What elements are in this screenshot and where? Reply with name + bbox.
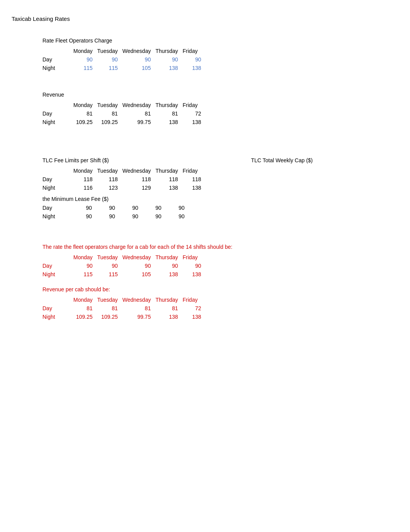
tlc-night-row: Night 116 123 129 138 138 [42,184,206,192]
red-revenue-title-text: Revenue per cab should be: [42,286,398,292]
revenue-header-friday: Friday [183,101,206,109]
rate-night-thursday: 138 [156,64,183,72]
red-rate-header-wednesday: Wednesday [122,253,156,262]
tlc-header-monday: Monday [73,167,97,175]
rate-header-row: Monday Tuesday Wednesday Thursday Friday [42,47,206,55]
red-revenue-day-label: Day [42,304,73,313]
min-lease-day-friday: 90 [166,204,189,212]
rate-header-empty [42,47,73,55]
rate-header-wednesday: Wednesday [122,47,156,55]
min-lease-day-wednesday: 90 [120,204,143,212]
min-lease-table: Day 90 90 90 90 90 Night 90 90 90 90 90 [42,204,189,221]
tlc-day-label: Day [42,175,73,184]
revenue-day-tuesday: 81 [97,109,122,118]
revenue-night-label: Night [42,118,73,126]
tlc-night-thursday: 138 [156,184,183,192]
red-revenue-header-monday: Monday [73,296,97,304]
min-lease-night-row: Night 90 90 90 90 90 [42,212,189,221]
min-lease-day-tuesday: 90 [97,204,120,212]
min-lease-night-tuesday: 90 [97,212,120,221]
revenue-section: Revenue Monday Tuesday Wednesday Thursda… [42,92,398,126]
red-revenue-night-row: Night 109.25 109.25 99.75 138 138 [42,313,206,321]
rate-table: Monday Tuesday Wednesday Thursday Friday… [42,47,206,72]
red-rate-day-friday: 90 [183,262,206,270]
tlc-fee-table: Monday Tuesday Wednesday Thursday Friday… [42,167,206,192]
rate-night-wednesday: 105 [122,64,156,72]
revenue-table: Monday Tuesday Wednesday Thursday Friday… [42,101,206,126]
rate-day-wednesday: 90 [122,55,156,64]
revenue-night-thursday: 138 [156,118,183,126]
rate-header-monday: Monday [73,47,97,55]
red-rate-night-label: Night [42,270,73,279]
rate-day-label: Day [42,55,73,64]
tlc-right-title: TLC Total Weekly Cap ($) [251,157,313,163]
tlc-day-tuesday: 118 [97,175,122,184]
revenue-header-thursday: Thursday [156,101,183,109]
red-revenue-day-row: Day 81 81 81 81 72 [42,304,206,313]
red-revenue-header-wednesday: Wednesday [122,296,156,304]
tlc-day-monday: 118 [73,175,97,184]
revenue-header-row: Monday Tuesday Wednesday Thursday Friday [42,101,206,109]
rate-header-thursday: Thursday [156,47,183,55]
red-revenue-day-tuesday: 81 [97,304,122,313]
red-rate-header-monday: Monday [73,253,97,262]
revenue-header-monday: Monday [73,101,97,109]
red-revenue-title: Revenue per cab should be: Monday Tuesda… [42,286,398,321]
min-lease-title: the Minimum Lease Fee ($) [42,196,398,202]
tlc-day-friday: 118 [183,175,206,184]
red-rate-day-thursday: 90 [156,262,183,270]
rate-day-monday: 90 [73,55,97,64]
revenue-day-wednesday: 81 [122,109,156,118]
revenue-night-tuesday: 109.25 [97,118,122,126]
tlc-night-wednesday: 129 [122,184,156,192]
min-lease-day-row: Day 90 90 90 90 90 [42,204,189,212]
red-rate-day-row: Day 90 90 90 90 90 [42,262,206,270]
rate-night-friday: 138 [183,64,206,72]
rate-header-tuesday: Tuesday [97,47,122,55]
min-lease-night-friday: 90 [166,212,189,221]
min-lease-night-monday: 90 [73,212,97,221]
red-rate-header-friday: Friday [183,253,206,262]
revenue-section-title: Revenue [42,92,398,98]
revenue-day-monday: 81 [73,109,97,118]
tlc-night-friday: 138 [183,184,206,192]
tlc-day-thursday: 118 [156,175,183,184]
red-rate-night-thursday: 138 [156,270,183,279]
rate-night-monday: 115 [73,64,97,72]
tlc-titles-row: TLC Fee Limits per Shift ($) TLC Total W… [42,157,313,163]
revenue-header-empty [42,101,73,109]
rate-night-row: Night 115 115 105 138 138 [42,64,206,72]
tlc-header-tuesday: Tuesday [97,167,122,175]
red-revenue-night-wednesday: 99.75 [122,313,156,321]
red-rate-night-wednesday: 105 [122,270,156,279]
tlc-left-title: TLC Fee Limits per Shift ($) [42,157,109,163]
revenue-header-tuesday: Tuesday [97,101,122,109]
rate-section: Rate Fleet Operators Charge Monday Tuesd… [42,37,398,72]
red-revenue-night-tuesday: 109.25 [97,313,122,321]
red-revenue-header-empty [42,296,73,304]
red-revenue-table: Monday Tuesday Wednesday Thursday Friday… [42,296,206,321]
red-rate-header-empty [42,253,73,262]
page-title: Taxicab Leasing Rates [12,15,398,22]
red-revenue-night-thursday: 138 [156,313,183,321]
revenue-night-friday: 138 [183,118,206,126]
min-lease-night-label: Night [42,212,73,221]
red-revenue-day-wednesday: 81 [122,304,156,313]
revenue-header-wednesday: Wednesday [122,101,156,109]
tlc-night-monday: 116 [73,184,97,192]
red-rate-header-row: Monday Tuesday Wednesday Thursday Friday [42,253,206,262]
red-revenue-day-thursday: 81 [156,304,183,313]
tlc-header-empty [42,167,73,175]
tlc-night-tuesday: 123 [97,184,122,192]
rate-section-title: Rate Fleet Operators Charge [42,37,398,44]
red-revenue-day-monday: 81 [73,304,97,313]
rate-header-friday: Friday [183,47,206,55]
red-revenue-day-friday: 72 [183,304,206,313]
revenue-day-label: Day [42,109,73,118]
red-rate-night-row: Night 115 115 105 138 138 [42,270,206,279]
red-rate-table: Monday Tuesday Wednesday Thursday Friday… [42,253,206,279]
tlc-header-wednesday: Wednesday [122,167,156,175]
red-rate-header-thursday: Thursday [156,253,183,262]
revenue-day-thursday: 81 [156,109,183,118]
revenue-night-wednesday: 99.75 [122,118,156,126]
